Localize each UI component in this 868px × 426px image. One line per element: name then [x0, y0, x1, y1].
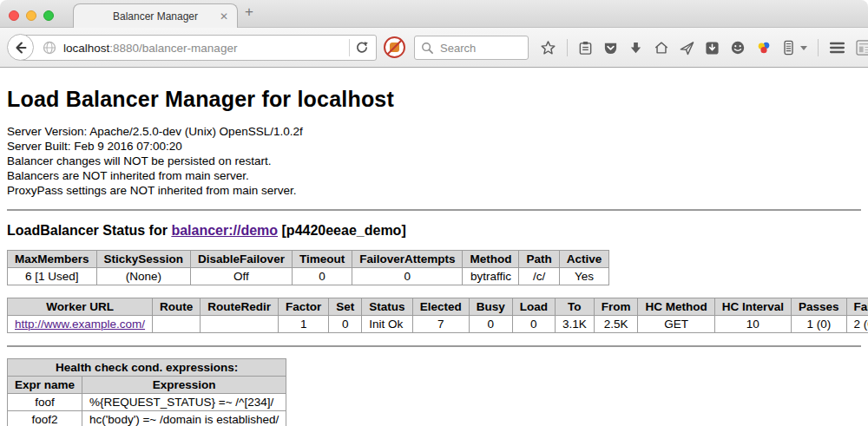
- globe-icon: [43, 41, 56, 55]
- header-stickysession: StickySession: [96, 251, 191, 268]
- search-input[interactable]: [438, 41, 516, 56]
- worker-table: Worker URL Route RouteRedir Factor Set S…: [7, 298, 868, 333]
- header-load: Load: [512, 298, 555, 316]
- header-failoverattempts: FailoverAttempts: [352, 251, 463, 268]
- reload-button[interactable]: [355, 41, 369, 55]
- toolbar-divider: [567, 39, 568, 56]
- header-hc-interval: HC Interval: [714, 298, 791, 316]
- header-fails: Fails: [846, 298, 868, 316]
- health-table-title: Health check cond. expressions:: [8, 359, 286, 377]
- section-divider: [7, 345, 861, 347]
- menu-icon[interactable]: [829, 41, 845, 55]
- bookmark-star-icon[interactable]: [540, 40, 556, 56]
- reading-list-icon[interactable]: [578, 41, 593, 56]
- cell-busy: 0: [469, 316, 512, 333]
- table-row: 6 [1 Used] (None) Off 0 0 bytraffic /c/ …: [8, 268, 609, 285]
- section-divider: [7, 209, 861, 211]
- downloads-icon[interactable]: [628, 41, 643, 56]
- header-path: Path: [519, 251, 559, 268]
- cell-elected: 7: [412, 316, 469, 333]
- cell-factor: 1: [279, 316, 329, 333]
- health-check-table: Health check cond. expressions: Expr nam…: [7, 358, 286, 426]
- balancer-demo-link[interactable]: balancer://demo: [171, 223, 278, 238]
- search-bar[interactable]: [414, 36, 529, 60]
- search-magnifier-icon: [421, 42, 434, 55]
- balancer-heading-prefix: LoadBalancer Status for: [7, 223, 171, 238]
- cell-timeout: 0: [292, 268, 352, 285]
- tab-close-icon[interactable]: ✕: [220, 10, 228, 23]
- table-header-row: Expr name Expression: [8, 377, 286, 394]
- toolbar-divider: [818, 39, 819, 56]
- table-header-row: MaxMembers StickySession DisableFailover…: [8, 251, 609, 268]
- sidebar-panel-icon[interactable]: [782, 40, 795, 56]
- cell-worker-url: http://www.example.com/: [8, 316, 153, 333]
- page-title: Load Balancer Manager for localhost: [7, 87, 861, 112]
- table-header-row: Worker URL Route RouteRedir Factor Set S…: [8, 298, 868, 316]
- home-icon[interactable]: [654, 40, 669, 56]
- cell-status: Init Ok: [362, 316, 412, 333]
- url-text[interactable]: localhost:8880/balancer-manager: [63, 42, 344, 55]
- send-to-device-icon[interactable]: [680, 41, 694, 56]
- cell-hc-method: GET: [638, 316, 714, 333]
- browser-window: Balancer Manager ✕ + localhost:8880/bala…: [0, 0, 868, 426]
- worker-url-link[interactable]: http://www.example.com/: [15, 318, 145, 331]
- cell-disablefailover: Off: [191, 268, 293, 285]
- dropdown-caret-icon[interactable]: [800, 46, 807, 50]
- header-timeout: Timeout: [292, 251, 352, 268]
- header-method: Method: [463, 251, 519, 268]
- save-page-icon[interactable]: [705, 41, 720, 56]
- header-hc-method: HC Method: [638, 298, 714, 316]
- titlebar: Balancer Manager ✕ +: [0, 0, 868, 28]
- cell-passes: 1 (0): [791, 316, 846, 333]
- toolbar-icons: [540, 35, 868, 61]
- balancer-status-table: MaxMembers StickySession DisableFailover…: [7, 250, 609, 285]
- header-set: Set: [329, 298, 362, 316]
- url-domain: localhost: [63, 42, 109, 55]
- proxypass-notice-line: ProxyPass settings are NOT inherited fro…: [7, 183, 861, 198]
- url-bar[interactable]: localhost:8880/balancer-manager: [21, 35, 377, 61]
- header-disablefailover: DisableFailover: [191, 251, 293, 268]
- navigation-toolbar: localhost:8880/balancer-manager: [0, 28, 868, 68]
- pocket-icon[interactable]: [603, 41, 618, 56]
- cell-method: bytraffic: [463, 268, 519, 285]
- server-built-line: Server Built: Feb 9 2016 07:00:20: [7, 139, 861, 154]
- inherit-notice-line: Balancers are NOT inherited from main se…: [7, 168, 861, 183]
- table-title-row: Health check cond. expressions:: [8, 359, 286, 377]
- tab-balancer-manager[interactable]: Balancer Manager ✕: [73, 3, 238, 28]
- traffic-lights: [9, 10, 54, 21]
- header-passes: Passes: [791, 298, 846, 316]
- cell-expr-name: foof: [8, 394, 82, 411]
- cell-from: 2.5K: [594, 316, 638, 333]
- close-window-button[interactable]: [9, 10, 19, 21]
- header-active: Active: [559, 251, 609, 268]
- back-button[interactable]: [7, 34, 34, 61]
- url-path: :8880/balancer-manager: [109, 42, 237, 55]
- cell-expr-name: foof2: [8, 411, 82, 426]
- header-busy: Busy: [469, 298, 512, 316]
- page-thumbnail-icon[interactable]: [856, 40, 868, 56]
- persist-notice-line: Balancer changes will NOT be persisted o…: [7, 154, 861, 168]
- header-worker-url: Worker URL: [8, 298, 153, 316]
- cell-fails: 2 (0): [846, 316, 868, 333]
- minimize-window-button[interactable]: [26, 10, 36, 21]
- content-blocker-icon[interactable]: [383, 36, 406, 59]
- worker-row: http://www.example.com/ 1 0 Init Ok 7 0 …: [8, 316, 868, 333]
- cell-path: /c/: [519, 268, 559, 285]
- cell-set: 0: [329, 316, 362, 333]
- header-maxmembers: MaxMembers: [8, 251, 97, 268]
- new-tab-button[interactable]: +: [245, 3, 253, 21]
- urlbar-divider: [349, 39, 350, 56]
- back-arrow-icon: [13, 40, 29, 56]
- feedback-smiley-icon[interactable]: [730, 40, 746, 56]
- header-expr-name: Expr name: [8, 377, 82, 394]
- cell-routeredir: [201, 316, 279, 333]
- tab-title: Balancer Manager: [113, 10, 198, 23]
- cell-stickysession: (None): [96, 268, 191, 285]
- header-factor: Factor: [279, 298, 329, 316]
- header-elected: Elected: [412, 298, 469, 316]
- color-dots-extension-icon[interactable]: [756, 40, 772, 56]
- cell-route: [153, 316, 201, 333]
- cell-load: 0: [512, 316, 555, 333]
- server-version-line: Server Version: Apache/2.5.0-dev (Unix) …: [7, 124, 861, 139]
- zoom-window-button[interactable]: [43, 10, 54, 21]
